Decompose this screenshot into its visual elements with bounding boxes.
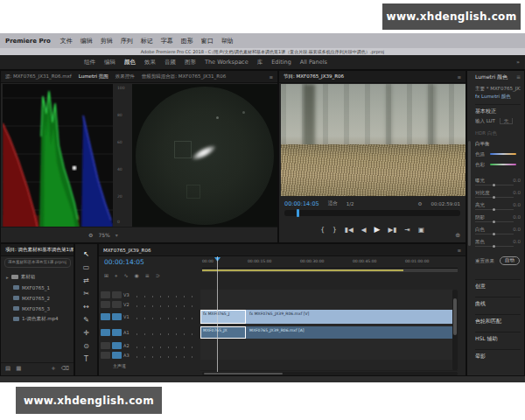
workspace-tab-effects[interactable]: 效果 xyxy=(144,59,156,66)
source-patch-button[interactable] xyxy=(101,342,110,349)
lumetri-panel-tab[interactable]: Lumetri 颜色 ≡ xyxy=(475,74,521,81)
param-value[interactable]: 0.0 xyxy=(513,202,521,207)
zoom-tool[interactable]: ⊙ xyxy=(78,340,95,352)
program-timecode[interactable]: 00:00:14:05 xyxy=(284,200,319,207)
param-value[interactable]: 0.0 xyxy=(513,214,521,220)
track-select-tool[interactable]: ▭ xyxy=(78,261,95,273)
go-previous-button[interactable]: ◀ xyxy=(361,226,367,234)
new-bin-icon[interactable]: + xyxy=(51,365,55,372)
panel-menu-icon[interactable]: ≡ xyxy=(457,248,461,253)
program-playhead-caret[interactable] xyxy=(297,209,299,217)
reset-effects-button[interactable]: 重置效果 xyxy=(475,258,494,263)
section-basic-correction[interactable]: 基本校正 xyxy=(475,104,521,116)
scopes-zoom-level[interactable]: 75% xyxy=(98,232,109,238)
panel-menu-icon[interactable]: ≡ xyxy=(516,74,521,80)
track-target-button[interactable] xyxy=(112,352,122,359)
lumetri-scrollbar[interactable] xyxy=(468,141,471,246)
work-area-bar[interactable] xyxy=(202,270,403,271)
menu-help[interactable]: 帮助 xyxy=(221,37,234,46)
menu-file[interactable]: 文件 xyxy=(60,37,73,46)
workspace-tab-assembly[interactable]: 组件 xyxy=(84,59,95,66)
input-lut-select[interactable]: 无 xyxy=(500,118,514,124)
timeline-timecode[interactable]: 00:00:14:05 xyxy=(104,258,144,266)
panel-menu-icon[interactable]: ≡ xyxy=(269,74,273,80)
menu-clip[interactable]: 剪辑 xyxy=(101,37,113,46)
menu-captions[interactable]: 字幕 xyxy=(161,37,173,46)
track-toggle-buttons[interactable] xyxy=(131,291,199,298)
menu-edit[interactable]: 编辑 xyxy=(80,37,93,46)
list-item-bin[interactable]: ▸ 素材箱 xyxy=(1,272,80,282)
section-hsl-secondary[interactable]: HSL 辅助 xyxy=(475,332,521,343)
icon-view-icon[interactable]: ▦ xyxy=(16,365,21,372)
workspace-tab-all-panels[interactable]: All Panels xyxy=(300,59,327,66)
section-color-wheels[interactable]: 色轮和匹配 xyxy=(475,314,521,326)
step-forward-button[interactable]: ▶▮ xyxy=(388,226,396,234)
button-editor-icon[interactable]: ⊕ xyxy=(455,232,460,239)
section-creative[interactable]: 创意 xyxy=(475,279,521,290)
delete-icon[interactable]: ⌫ xyxy=(61,365,69,372)
tint-slider[interactable] xyxy=(490,164,516,165)
play-button[interactable]: ▶ xyxy=(374,225,381,234)
pen-tool[interactable]: ✎ xyxy=(78,313,95,326)
track-toggle-buttons[interactable] xyxy=(131,342,199,349)
workspace-tab-editing[interactable]: 编辑 xyxy=(104,59,116,66)
source-patch-button[interactable] xyxy=(101,313,110,320)
workspace-tab-editing-en[interactable]: Editing xyxy=(271,59,291,66)
razor-tool[interactable]: ✂ xyxy=(78,287,95,299)
tab-project[interactable]: 项目: 调色素材和基本调色第1课 xyxy=(5,247,74,253)
scrollbar-thumb[interactable] xyxy=(204,373,283,374)
section-vignette[interactable]: 晕影 xyxy=(475,349,521,360)
track-target-button[interactable] xyxy=(112,301,122,308)
hand-tool[interactable]: ✛ xyxy=(78,326,95,339)
contrast-slider[interactable] xyxy=(475,197,514,198)
type-tool[interactable]: T xyxy=(78,353,95,365)
lumetri-effect-row[interactable]: fx Lumetri 颜色 xyxy=(475,94,521,100)
param-value[interactable]: 0.0 xyxy=(513,239,521,244)
workspace-tab-the-workspace[interactable]: The Workspace xyxy=(205,59,248,66)
exposure-slider[interactable] xyxy=(475,185,514,186)
source-patch-button[interactable] xyxy=(101,291,110,298)
source-patch-button[interactable] xyxy=(101,352,110,359)
track-target-button[interactable] xyxy=(112,291,122,298)
timeline-ruler[interactable]: 00:00 00:00:15:00 00:00:30:00 00:00:45:0… xyxy=(202,256,458,269)
export-frame-button[interactable]: ▣ xyxy=(418,226,424,234)
scrollbar-thumb[interactable] xyxy=(453,298,457,335)
nest-icon[interactable]: ⊞ xyxy=(104,272,108,279)
video-clip-selected-segment[interactable]: fx MXF0765_J xyxy=(200,310,246,324)
blacks-slider[interactable] xyxy=(475,246,514,247)
lift-button[interactable]: ⇥ xyxy=(404,226,410,234)
tab-audio-clip-mixer[interactable]: 音频剪辑混合器: MXF0765_JX31_R06 xyxy=(142,74,226,80)
temperature-slider[interactable] xyxy=(490,153,516,155)
auto-button[interactable]: 自动 xyxy=(500,256,520,265)
param-value[interactable]: 0.0 xyxy=(513,227,521,232)
add-marker-icon[interactable]: ◉ xyxy=(134,272,138,279)
video-clip[interactable]: fx MXF0765_J fx MXF0765_JX39_R06.mxf [V] xyxy=(200,310,458,324)
tab-sequence[interactable]: MXF0765_JX39_R06 xyxy=(103,248,150,253)
source-patch-button[interactable] xyxy=(101,301,110,308)
track-target-button[interactable] xyxy=(112,313,122,320)
playhead-line[interactable] xyxy=(217,256,218,372)
menu-graphics[interactable]: 图形 xyxy=(181,37,193,46)
section-curves[interactable]: 曲线 xyxy=(475,297,521,308)
track-toggle-buttons[interactable] xyxy=(131,301,199,308)
workspace-tab-libraries[interactable]: 库 xyxy=(257,59,263,66)
project-filter-box[interactable]: 调色素材和基本调色第1课.prproj xyxy=(4,258,71,268)
mark-out-button[interactable]: } xyxy=(332,226,337,234)
track-toggle-buttons[interactable] xyxy=(131,329,199,336)
linked-selection-icon[interactable]: ∿ xyxy=(123,272,128,279)
timeline-vertical-scrollbar[interactable] xyxy=(452,290,458,370)
snap-icon[interactable]: ⌖ xyxy=(115,272,117,279)
audio-clip[interactable]: MXF0765_JX MXF0765_JX39_R06.mxf [A] xyxy=(200,326,458,339)
track-toggle-buttons[interactable] xyxy=(131,352,199,359)
master-track-lane[interactable] xyxy=(200,360,458,371)
track-target-button[interactable] xyxy=(112,342,122,349)
workspace-overflow-icon[interactable]: » xyxy=(516,59,520,66)
ripple-edit-tool[interactable]: ⇄ xyxy=(78,274,95,286)
param-value[interactable]: 0.0 xyxy=(513,190,521,195)
slip-tool[interactable]: ↔ xyxy=(78,300,95,312)
program-settings-icon[interactable]: ⚙ xyxy=(418,201,423,206)
workspace-tab-audio[interactable]: 音频 xyxy=(164,59,176,66)
highlights-slider[interactable] xyxy=(475,209,514,210)
timeline-display-icon[interactable]: ⊃ xyxy=(156,272,160,279)
step-back-button[interactable]: ▮◀ xyxy=(345,226,354,234)
